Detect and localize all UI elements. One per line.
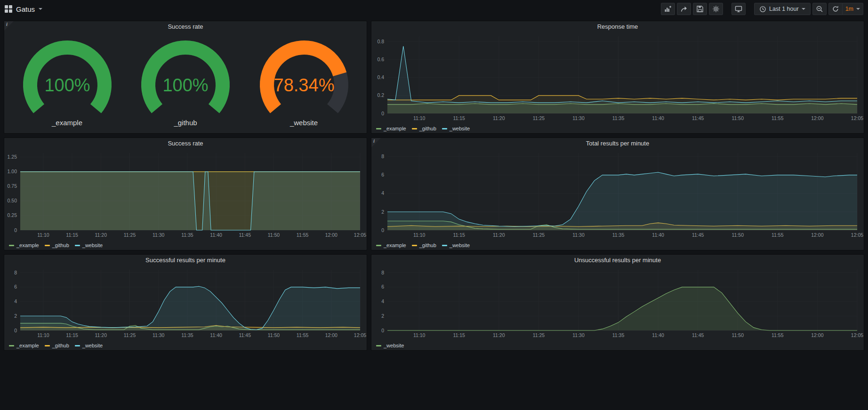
time-range-label: Last 1 hour xyxy=(769,6,799,12)
svg-text:11:55: 11:55 xyxy=(772,332,784,338)
total-results-chart[interactable]: 0246811:1011:1511:2011:2511:3011:3511:40… xyxy=(371,149,864,250)
legend-item-_github[interactable]: _github xyxy=(412,242,436,248)
tv-mode-button[interactable] xyxy=(731,3,746,15)
save-button[interactable] xyxy=(693,3,707,15)
legend-item-_example[interactable]: _example xyxy=(376,242,406,248)
legend-label: _example xyxy=(384,126,406,131)
panel-title[interactable]: Unsuccessful results per minute xyxy=(371,255,864,266)
share-button[interactable] xyxy=(677,3,691,15)
svg-text:11:40: 11:40 xyxy=(652,115,664,121)
chevron-down-icon xyxy=(39,8,42,10)
gauge-_example: 100%_example xyxy=(12,40,123,127)
legend-label: _example xyxy=(16,343,39,348)
series-area xyxy=(20,172,360,230)
dashboard-grid-icon[interactable] xyxy=(5,5,12,13)
share-icon xyxy=(680,5,688,13)
svg-text:2: 2 xyxy=(14,313,17,319)
legend-swatch xyxy=(9,245,14,246)
panel-title[interactable]: Total results per minute xyxy=(371,138,864,149)
svg-text:11:45: 11:45 xyxy=(692,332,704,338)
svg-text:11:50: 11:50 xyxy=(268,332,280,338)
svg-text:11:10: 11:10 xyxy=(413,115,426,121)
svg-text:11:45: 11:45 xyxy=(692,115,704,121)
legend-swatch xyxy=(442,245,447,246)
svg-text:11:30: 11:30 xyxy=(153,232,165,238)
svg-text:11:55: 11:55 xyxy=(772,232,784,238)
legend-item-_website[interactable]: _website xyxy=(75,343,103,348)
series-area xyxy=(387,172,857,230)
svg-text:11:30: 11:30 xyxy=(572,232,585,238)
svg-text:11:30: 11:30 xyxy=(153,332,165,338)
save-icon xyxy=(696,5,704,13)
panel-body: 0246811:1011:1511:2011:2511:3011:3511:40… xyxy=(4,266,367,350)
dashboard-row-1: i Success rate 100%_example100%_github78… xyxy=(4,21,864,134)
svg-text:12:00: 12:00 xyxy=(811,332,823,338)
legend-item-_github[interactable]: _github xyxy=(45,343,69,348)
legend-swatch xyxy=(412,245,417,246)
series-line xyxy=(387,46,857,103)
legend-item-_website[interactable]: _website xyxy=(376,343,404,348)
svg-text:11:10: 11:10 xyxy=(37,332,49,338)
success-rate-chart[interactable]: 00.250.500.751.001.2511:1011:1511:2011:2… xyxy=(4,149,367,250)
panel-title[interactable]: Success rate xyxy=(4,138,367,149)
refresh-interval-picker[interactable]: 1m xyxy=(843,3,863,15)
unsuccessful-results-chart[interactable]: 0246811:1011:1511:2011:2511:3011:3511:40… xyxy=(371,266,864,350)
svg-text:11:40: 11:40 xyxy=(210,332,222,338)
legend-item-_example[interactable]: _example xyxy=(376,126,406,131)
legend-swatch xyxy=(376,245,381,246)
svg-text:11:30: 11:30 xyxy=(572,332,585,338)
svg-text:12:05: 12:05 xyxy=(851,115,863,121)
legend-item-_github[interactable]: _github xyxy=(45,242,69,248)
svg-text:11:15: 11:15 xyxy=(453,115,465,121)
panel-body: 0246811:1011:1511:2011:2511:3011:3511:40… xyxy=(371,266,864,350)
svg-text:0: 0 xyxy=(14,328,17,333)
svg-text:0: 0 xyxy=(381,227,384,233)
legend-swatch xyxy=(75,345,80,346)
legend-item-_website[interactable]: _website xyxy=(75,242,103,248)
panel-body: 00.250.500.751.001.2511:1011:1511:2011:2… xyxy=(4,149,367,250)
panel-title[interactable]: Successful results per minute xyxy=(4,255,367,266)
add-panel-icon xyxy=(664,5,672,13)
svg-text:8: 8 xyxy=(381,153,384,159)
svg-text:11:35: 11:35 xyxy=(612,332,625,338)
legend-label: _github xyxy=(52,242,69,248)
legend-item-_example[interactable]: _example xyxy=(9,242,39,248)
svg-text:11:15: 11:15 xyxy=(66,332,78,338)
legend-label: _website xyxy=(384,343,404,348)
zoom-out-button[interactable] xyxy=(812,3,827,15)
legend-item-_github[interactable]: _github xyxy=(412,126,436,131)
legend-swatch xyxy=(376,345,381,346)
dashboard-title[interactable]: Gatus xyxy=(16,5,35,13)
panel-info-icon[interactable]: i xyxy=(371,138,381,147)
legend-item-_website[interactable]: _website xyxy=(442,126,470,131)
monitor-icon xyxy=(735,5,742,13)
legend-label: _website xyxy=(82,242,103,248)
settings-button[interactable] xyxy=(709,3,723,15)
legend-swatch xyxy=(412,128,417,129)
svg-text:12:05: 12:05 xyxy=(851,332,863,338)
svg-text:0.2: 0.2 xyxy=(377,92,384,98)
time-range-picker[interactable]: Last 1 hour xyxy=(754,3,811,15)
series-_website xyxy=(20,286,360,330)
legend-item-_example[interactable]: _example xyxy=(9,343,39,348)
gauge-_github: 100%_github xyxy=(130,40,241,127)
panel-title[interactable]: Success rate xyxy=(4,21,367,32)
gauge-canvas: 100% xyxy=(130,40,241,119)
successful-results-chart[interactable]: 0246811:1011:1511:2011:2511:3011:3511:40… xyxy=(4,266,367,350)
add-panel-button[interactable] xyxy=(661,3,675,15)
svg-text:11:50: 11:50 xyxy=(732,232,744,238)
gauge-canvas: 100% xyxy=(12,40,123,119)
svg-text:0: 0 xyxy=(381,111,384,116)
series-_website xyxy=(387,287,857,330)
gear-icon xyxy=(712,5,720,13)
svg-text:11:25: 11:25 xyxy=(124,232,136,238)
panel-info-icon[interactable]: i xyxy=(4,21,14,31)
legend-item-_website[interactable]: _website xyxy=(442,242,470,248)
navbar-right: Last 1 hour 1m xyxy=(661,3,863,15)
svg-text:6: 6 xyxy=(381,284,384,289)
panel-title[interactable]: Response time xyxy=(371,21,864,32)
panel-successful-results: Successful results per minute 0246811:10… xyxy=(4,254,367,351)
response-time-chart[interactable]: 00.20.40.60.811:1011:1511:2011:2511:3011… xyxy=(371,32,864,133)
refresh-button[interactable] xyxy=(828,3,843,15)
svg-text:11:10: 11:10 xyxy=(413,332,426,338)
